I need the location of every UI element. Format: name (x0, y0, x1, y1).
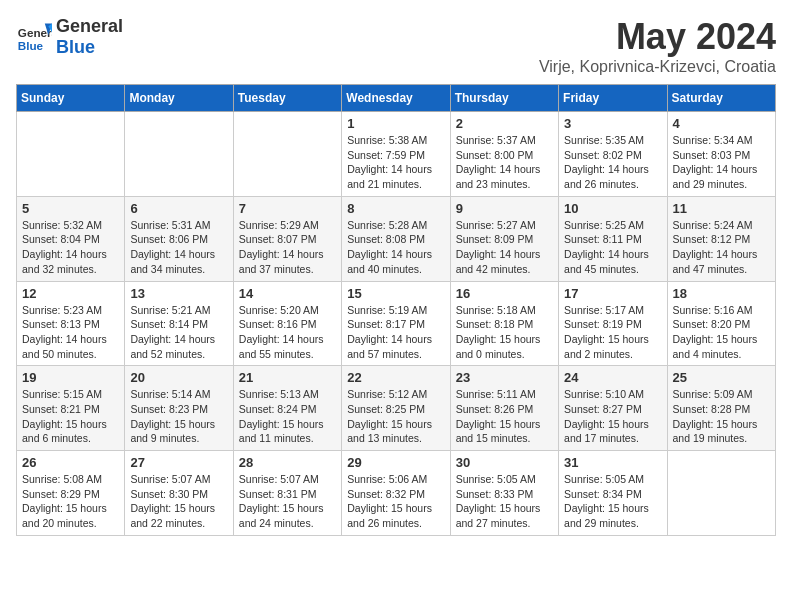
location-title: Virje, Koprivnica-Krizevci, Croatia (539, 58, 776, 76)
day-number: 14 (239, 286, 336, 301)
day-number: 24 (564, 370, 661, 385)
day-info: Sunrise: 5:18 AM Sunset: 8:18 PM Dayligh… (456, 303, 553, 362)
calendar-cell: 31Sunrise: 5:05 AM Sunset: 8:34 PM Dayli… (559, 451, 667, 536)
calendar-cell: 20Sunrise: 5:14 AM Sunset: 8:23 PM Dayli… (125, 366, 233, 451)
day-info: Sunrise: 5:12 AM Sunset: 8:25 PM Dayligh… (347, 387, 444, 446)
svg-text:Blue: Blue (18, 39, 44, 52)
day-info: Sunrise: 5:05 AM Sunset: 8:34 PM Dayligh… (564, 472, 661, 531)
day-number: 10 (564, 201, 661, 216)
calendar-cell: 24Sunrise: 5:10 AM Sunset: 8:27 PM Dayli… (559, 366, 667, 451)
calendar-cell: 7Sunrise: 5:29 AM Sunset: 8:07 PM Daylig… (233, 196, 341, 281)
calendar-cell: 21Sunrise: 5:13 AM Sunset: 8:24 PM Dayli… (233, 366, 341, 451)
day-info: Sunrise: 5:32 AM Sunset: 8:04 PM Dayligh… (22, 218, 119, 277)
day-info: Sunrise: 5:25 AM Sunset: 8:11 PM Dayligh… (564, 218, 661, 277)
header: General Blue General Blue May 2024 Virje… (16, 16, 776, 76)
day-number: 8 (347, 201, 444, 216)
day-info: Sunrise: 5:31 AM Sunset: 8:06 PM Dayligh… (130, 218, 227, 277)
calendar-cell: 22Sunrise: 5:12 AM Sunset: 8:25 PM Dayli… (342, 366, 450, 451)
calendar-cell: 14Sunrise: 5:20 AM Sunset: 8:16 PM Dayli… (233, 281, 341, 366)
day-info: Sunrise: 5:05 AM Sunset: 8:33 PM Dayligh… (456, 472, 553, 531)
day-info: Sunrise: 5:24 AM Sunset: 8:12 PM Dayligh… (673, 218, 770, 277)
weekday-header-friday: Friday (559, 85, 667, 112)
day-info: Sunrise: 5:20 AM Sunset: 8:16 PM Dayligh… (239, 303, 336, 362)
logo-blue-text: Blue (56, 37, 95, 57)
day-number: 23 (456, 370, 553, 385)
weekday-header-monday: Monday (125, 85, 233, 112)
calendar-cell: 23Sunrise: 5:11 AM Sunset: 8:26 PM Dayli… (450, 366, 558, 451)
calendar-cell: 9Sunrise: 5:27 AM Sunset: 8:09 PM Daylig… (450, 196, 558, 281)
calendar-cell: 4Sunrise: 5:34 AM Sunset: 8:03 PM Daylig… (667, 112, 775, 197)
day-number: 15 (347, 286, 444, 301)
calendar-cell: 13Sunrise: 5:21 AM Sunset: 8:14 PM Dayli… (125, 281, 233, 366)
day-info: Sunrise: 5:13 AM Sunset: 8:24 PM Dayligh… (239, 387, 336, 446)
day-info: Sunrise: 5:21 AM Sunset: 8:14 PM Dayligh… (130, 303, 227, 362)
day-info: Sunrise: 5:19 AM Sunset: 8:17 PM Dayligh… (347, 303, 444, 362)
day-info: Sunrise: 5:37 AM Sunset: 8:00 PM Dayligh… (456, 133, 553, 192)
day-info: Sunrise: 5:17 AM Sunset: 8:19 PM Dayligh… (564, 303, 661, 362)
day-number: 30 (456, 455, 553, 470)
week-row-2: 5Sunrise: 5:32 AM Sunset: 8:04 PM Daylig… (17, 196, 776, 281)
calendar-cell: 12Sunrise: 5:23 AM Sunset: 8:13 PM Dayli… (17, 281, 125, 366)
calendar-cell: 15Sunrise: 5:19 AM Sunset: 8:17 PM Dayli… (342, 281, 450, 366)
weekday-header-saturday: Saturday (667, 85, 775, 112)
day-number: 17 (564, 286, 661, 301)
day-info: Sunrise: 5:07 AM Sunset: 8:31 PM Dayligh… (239, 472, 336, 531)
title-area: May 2024 Virje, Koprivnica-Krizevci, Cro… (539, 16, 776, 76)
calendar-cell: 25Sunrise: 5:09 AM Sunset: 8:28 PM Dayli… (667, 366, 775, 451)
day-number: 2 (456, 116, 553, 131)
day-number: 29 (347, 455, 444, 470)
calendar-cell: 26Sunrise: 5:08 AM Sunset: 8:29 PM Dayli… (17, 451, 125, 536)
calendar-cell: 29Sunrise: 5:06 AM Sunset: 8:32 PM Dayli… (342, 451, 450, 536)
day-number: 19 (22, 370, 119, 385)
day-info: Sunrise: 5:06 AM Sunset: 8:32 PM Dayligh… (347, 472, 444, 531)
day-number: 25 (673, 370, 770, 385)
calendar-cell: 16Sunrise: 5:18 AM Sunset: 8:18 PM Dayli… (450, 281, 558, 366)
logo-general-text: General (56, 16, 123, 37)
calendar-cell: 11Sunrise: 5:24 AM Sunset: 8:12 PM Dayli… (667, 196, 775, 281)
calendar-cell: 10Sunrise: 5:25 AM Sunset: 8:11 PM Dayli… (559, 196, 667, 281)
day-info: Sunrise: 5:14 AM Sunset: 8:23 PM Dayligh… (130, 387, 227, 446)
calendar-cell: 28Sunrise: 5:07 AM Sunset: 8:31 PM Dayli… (233, 451, 341, 536)
week-row-4: 19Sunrise: 5:15 AM Sunset: 8:21 PM Dayli… (17, 366, 776, 451)
day-info: Sunrise: 5:10 AM Sunset: 8:27 PM Dayligh… (564, 387, 661, 446)
day-info: Sunrise: 5:07 AM Sunset: 8:30 PM Dayligh… (130, 472, 227, 531)
calendar-cell: 3Sunrise: 5:35 AM Sunset: 8:02 PM Daylig… (559, 112, 667, 197)
day-number: 20 (130, 370, 227, 385)
day-info: Sunrise: 5:27 AM Sunset: 8:09 PM Dayligh… (456, 218, 553, 277)
logo: General Blue General Blue (16, 16, 123, 58)
weekday-header-thursday: Thursday (450, 85, 558, 112)
day-number: 12 (22, 286, 119, 301)
day-info: Sunrise: 5:29 AM Sunset: 8:07 PM Dayligh… (239, 218, 336, 277)
calendar-cell: 6Sunrise: 5:31 AM Sunset: 8:06 PM Daylig… (125, 196, 233, 281)
day-info: Sunrise: 5:08 AM Sunset: 8:29 PM Dayligh… (22, 472, 119, 531)
day-number: 7 (239, 201, 336, 216)
day-number: 1 (347, 116, 444, 131)
day-info: Sunrise: 5:28 AM Sunset: 8:08 PM Dayligh… (347, 218, 444, 277)
calendar-cell (125, 112, 233, 197)
day-info: Sunrise: 5:34 AM Sunset: 8:03 PM Dayligh… (673, 133, 770, 192)
weekday-header-tuesday: Tuesday (233, 85, 341, 112)
calendar-cell: 27Sunrise: 5:07 AM Sunset: 8:30 PM Dayli… (125, 451, 233, 536)
day-number: 28 (239, 455, 336, 470)
day-number: 9 (456, 201, 553, 216)
day-info: Sunrise: 5:15 AM Sunset: 8:21 PM Dayligh… (22, 387, 119, 446)
day-number: 21 (239, 370, 336, 385)
calendar-cell: 5Sunrise: 5:32 AM Sunset: 8:04 PM Daylig… (17, 196, 125, 281)
weekday-header-wednesday: Wednesday (342, 85, 450, 112)
day-number: 26 (22, 455, 119, 470)
calendar-cell: 17Sunrise: 5:17 AM Sunset: 8:19 PM Dayli… (559, 281, 667, 366)
calendar-table: SundayMondayTuesdayWednesdayThursdayFrid… (16, 84, 776, 536)
day-number: 22 (347, 370, 444, 385)
day-number: 31 (564, 455, 661, 470)
day-info: Sunrise: 5:11 AM Sunset: 8:26 PM Dayligh… (456, 387, 553, 446)
day-number: 4 (673, 116, 770, 131)
day-info: Sunrise: 5:16 AM Sunset: 8:20 PM Dayligh… (673, 303, 770, 362)
day-number: 5 (22, 201, 119, 216)
calendar-cell (17, 112, 125, 197)
day-info: Sunrise: 5:09 AM Sunset: 8:28 PM Dayligh… (673, 387, 770, 446)
day-number: 13 (130, 286, 227, 301)
calendar-cell: 18Sunrise: 5:16 AM Sunset: 8:20 PM Dayli… (667, 281, 775, 366)
week-row-3: 12Sunrise: 5:23 AM Sunset: 8:13 PM Dayli… (17, 281, 776, 366)
week-row-1: 1Sunrise: 5:38 AM Sunset: 7:59 PM Daylig… (17, 112, 776, 197)
day-number: 11 (673, 201, 770, 216)
